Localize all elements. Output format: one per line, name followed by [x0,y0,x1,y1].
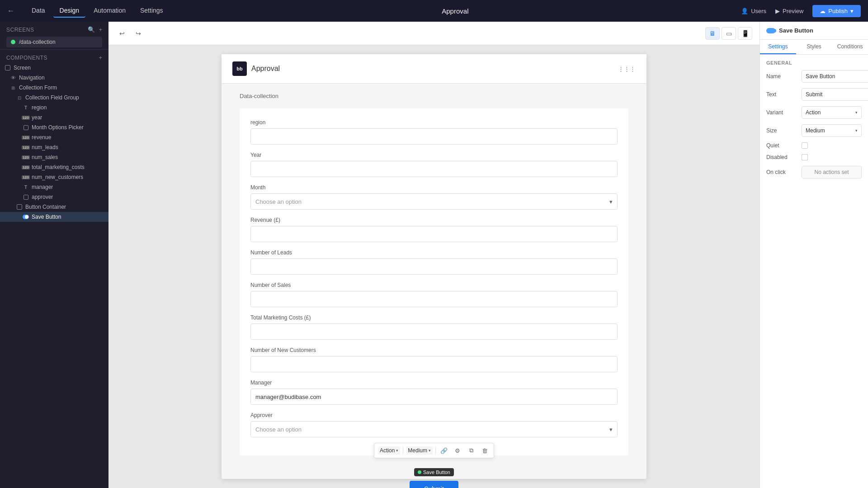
action-bar-settings-icon[interactable]: ⚙ [452,445,463,456]
form-input-8[interactable] [250,389,618,405]
form-input-4[interactable] [250,258,618,275]
action-bar-copy-icon[interactable]: ⧉ [466,445,476,456]
right-panel-title: Save Button [779,27,813,34]
tree-item-year[interactable]: 123year [0,113,108,122]
action-select-caret: ▾ [396,448,398,453]
tree-item-button-container[interactable]: Button Container [0,202,108,212]
redo-button[interactable]: ↪ [132,27,145,40]
tab-settings[interactable]: Settings [134,4,170,18]
tree-item-revenue[interactable]: 123revenue [0,132,108,142]
tree-item-navigation[interactable]: 👁Navigation [0,73,108,83]
form-input-6[interactable] [250,324,618,340]
add-component-button[interactable]: + [99,54,102,61]
search-icon[interactable]: 🔍 [88,26,95,33]
tree-label-collection-form: Collection Form [19,84,57,91]
select-arrow-9: ▾ [609,426,613,433]
tree-item-num-leads[interactable]: 123num_leads [0,142,108,152]
preview-button[interactable]: ▶ Preview [775,8,803,14]
tree-item-save-button[interactable]: Save Button [0,212,108,222]
toolbar-left: ↩ ↪ [116,27,145,40]
name-input[interactable] [802,70,868,83]
form-input-5[interactable] [250,291,618,307]
more-options-icon[interactable]: ⋮⋮⋮ [618,66,636,72]
variant-select[interactable]: Action ▾ [802,106,862,119]
right-panel-header: Save Button [760,22,868,40]
tree-item-total-marketing[interactable]: 123total_marketing_costs [0,162,108,172]
form-label-9: Approver [250,412,618,418]
tab-panel-settings[interactable]: Settings [760,40,796,54]
preview-icon: ▶ [775,8,780,14]
action-bar-size-select[interactable]: Medium ▾ [406,446,433,455]
tree-label-year: year [32,114,42,121]
action-bar-action-select[interactable]: Action ▾ [378,446,400,455]
tree-item-num-new-customers[interactable]: 123num_new_customers [0,172,108,182]
onclick-button[interactable]: No actions set [802,166,862,178]
disabled-label: Disabled [766,154,798,160]
right-panel-body: GENERAL Name Text ⚡ Variant Action ▾ [760,55,868,488]
tree-label-revenue: revenue [32,134,51,141]
size-select[interactable]: Medium ▾ [802,124,862,137]
button-container: Action ▾ Medium ▾ 🔗 ⚙ ⧉ [240,463,628,488]
mobile-view-button[interactable]: 📱 [738,27,752,40]
form-input-3[interactable] [250,226,618,242]
form-label-5: Number of Sales [250,282,618,288]
disabled-checkbox[interactable] [802,154,808,160]
tab-panel-conditions[interactable]: Conditions [832,40,868,54]
action-bar-delete-icon[interactable]: 🗑 [479,445,490,456]
undo-button[interactable]: ↩ [116,27,128,40]
form-field-6: Total Marketing Costs (£) [250,314,618,340]
users-button[interactable]: 👤 Users [741,8,766,14]
app-header-title: Approval [251,65,280,73]
tree-label-save-button: Save Button [32,214,61,220]
size-label: Size [766,127,798,134]
left-sidebar: Screens 🔍 + /data-collection Components … [0,22,108,488]
topbar-tabs: Data Design Automation Settings [25,4,170,18]
tab-automation[interactable]: Automation [87,4,132,18]
form-input-0[interactable] [250,128,618,145]
tree-item-month-options[interactable]: Month Options Picker [0,122,108,132]
back-button[interactable]: ← [7,7,14,15]
tablet-view-button[interactable]: ▭ [722,27,736,40]
text-input[interactable] [802,88,868,101]
action-bar-link-icon[interactable]: 🔗 [439,445,449,456]
quiet-checkbox[interactable] [802,142,808,149]
save-button-icon [766,28,775,33]
select-arrow-2: ▾ [609,198,613,205]
tab-panel-styles[interactable]: Styles [796,40,832,54]
tree-item-num-sales[interactable]: 123num_sales [0,152,108,162]
topbar-right: 👤 Users ▶ Preview ☁ Publish ▾ [741,5,861,17]
onclick-property-row: On click No actions set [766,166,862,178]
tree-item-manager[interactable]: Tmanager [0,182,108,192]
tab-design[interactable]: Design [53,4,86,18]
save-button-tooltip: Save Button [414,468,454,476]
form-select-2[interactable]: Choose an option▾ [250,193,618,210]
form-input-1[interactable] [250,161,618,177]
tree-item-region[interactable]: Tregion [0,103,108,113]
disabled-property-row: Disabled [766,154,862,160]
tree-label-num-new-customers: num_new_customers [32,174,83,180]
form-label-3: Revenue (£) [250,217,618,223]
screen-item-data-collection[interactable]: /data-collection [6,37,102,47]
tree-label-num-leads: num_leads [32,144,58,150]
tree-icon-num-new-customers: 123 [23,174,29,180]
app-header: bb Approval ⋮⋮⋮ [222,54,646,84]
tree-icon-screen [5,65,11,71]
form-input-7[interactable] [250,356,618,372]
tree-item-approver[interactable]: approver [0,192,108,202]
tree-item-collection-field-group[interactable]: ⊡Collection Field Group [0,93,108,103]
form-select-9[interactable]: Choose an option▾ [250,421,618,437]
tree-icon-region: T [23,104,29,111]
onclick-label: On click [766,169,798,175]
tree-item-screen[interactable]: Screen [0,63,108,73]
desktop-view-button[interactable]: 🖥 [705,27,720,40]
submit-button[interactable]: Submit [410,481,458,488]
tree-icon-num-leads: 123 [23,144,29,150]
name-label: Name [766,73,798,80]
toolbar-right: 🖥 ▭ 📱 [705,27,752,40]
tree-item-collection-form[interactable]: ⊞Collection Form [0,83,108,93]
add-screen-button[interactable]: + [99,26,102,33]
tab-data[interactable]: Data [25,4,52,18]
publish-button[interactable]: ☁ Publish ▾ [812,5,861,17]
screens-title: Screens [6,27,34,33]
canvas-scroll[interactable]: bb Approval ⋮⋮⋮ Data-collection regionYe… [108,45,760,488]
